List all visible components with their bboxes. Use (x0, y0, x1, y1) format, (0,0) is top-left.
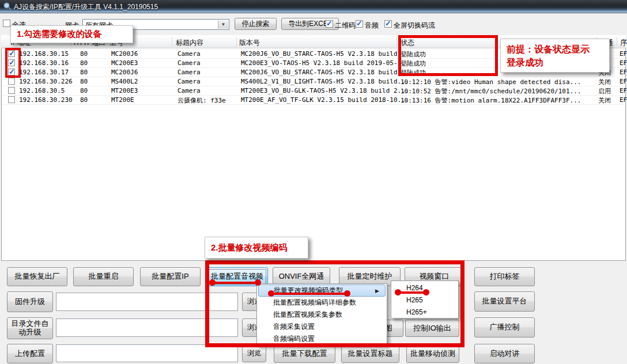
cell-net: 关闭 (598, 96, 611, 105)
select-all-checkbox[interactable] (3, 20, 10, 27)
batch-download-config-button[interactable]: 批量下载配置 (274, 345, 335, 363)
cell-port: 80 (80, 78, 88, 85)
cell-port: 80 (80, 59, 88, 67)
upload-config-button[interactable]: 上传配置 (7, 344, 53, 363)
window-title: AJ设备搜索/IP配置/升级工具 V4.1.1_20190515 (14, 2, 158, 12)
header-separator (396, 37, 397, 47)
audio-label: 音频 (365, 21, 379, 31)
cell-version: MT200E3_VO_BU-GLK-TAOS-H5 V2.3.18 build … (241, 87, 409, 94)
cell-model: MS400L2 (111, 78, 138, 85)
cell-serial: EF (620, 69, 627, 76)
cell-ip: 192.168.30.5 (19, 87, 65, 94)
annotation-underline-h264 (398, 291, 426, 294)
cell-title: Camera (177, 69, 201, 76)
header-separator (617, 37, 617, 47)
fullscreen-stream-label: 全屏切换码流 (394, 21, 435, 31)
dir-auto-upgrade-button[interactable]: 目录文件自动升级 (7, 317, 53, 339)
cell-status: 10:12:10 告警:video Human shape detected d… (401, 78, 581, 86)
cell-serial: EF (620, 87, 627, 94)
title-bar: AJ设备搜索/IP配置/升级工具 V4.1.1_20190515 (0, 0, 627, 13)
table-row[interactable]: 192.168.30.230 80 MT200E 云摄像机: f33e MT20… (2, 95, 625, 105)
cell-ip: 192.168.30.230 (19, 96, 73, 104)
header-version[interactable]: 版本号 (239, 38, 260, 48)
cell-model: MC200J6 (111, 50, 138, 58)
cell-version: MC200J6_VO_BU_STARC-TAOS-H5 V2.3.18 buil… (241, 69, 409, 76)
cell-ip: 192.168.30.15 (19, 50, 69, 58)
annotation-box-status-column (398, 35, 498, 76)
firmware-upgrade-button[interactable]: 固件升级 (7, 291, 53, 312)
cell-ip: 192.168.30.16 (19, 59, 69, 67)
header-title[interactable]: 标题内容 (176, 38, 203, 48)
cell-title: Camera (177, 50, 201, 58)
annotation-note-3: 前提：设备状态显示 登录成功 (500, 39, 610, 73)
dropdown-arrow-icon[interactable]: ▼ (218, 20, 228, 29)
audio-checkbox[interactable] (356, 20, 363, 28)
cell-serial: EF (620, 96, 627, 104)
row-checkbox[interactable] (8, 78, 15, 85)
row-checkbox[interactable] (8, 87, 15, 94)
batch-reboot-button[interactable]: 批量重启 (73, 267, 134, 286)
start-talk-button[interactable]: 启动对讲 (474, 344, 535, 363)
fullscreen-stream-checkbox[interactable] (384, 20, 392, 28)
batch-restore-factory-button[interactable]: 批量恢复出厂 (7, 267, 67, 286)
cell-model: MC200E3 (111, 59, 138, 67)
cell-ip: 192.168.30.17 (19, 69, 69, 76)
cell-status: 10:13:16 告警:motion alarm.18X22.A1FF3DFAF… (401, 96, 581, 105)
cell-title: 云摄像机: f33e (177, 96, 226, 105)
cell-model: MT200E (111, 96, 134, 104)
cell-net: 关闭 (598, 78, 611, 86)
cell-title: Camera (177, 59, 201, 67)
annotation-box-checkbox-column (5, 48, 21, 78)
cell-port: 80 (80, 87, 88, 94)
app-icon (3, 2, 12, 10)
table-row[interactable]: 192.168.30.226 80 MS400L2 Camera MS400L2… (2, 77, 625, 86)
cell-version: MC200J6_VO_BU_STARC-TAOS-H5 V2.3.18 buil… (241, 50, 409, 58)
stop-search-button[interactable]: 停止搜索 (235, 18, 277, 30)
cell-model: MT200E3 (111, 87, 138, 94)
cell-port: 80 (80, 69, 88, 76)
cell-serial: EF (620, 50, 627, 58)
cell-serial: EF (620, 59, 627, 67)
header-separator (172, 37, 172, 47)
batch-set-platform-button[interactable]: 批量设置平台 (474, 291, 535, 312)
annotation-underline-config-av (212, 282, 258, 284)
print-label-button[interactable]: 打印标签 (474, 267, 535, 286)
qr-checkbox[interactable] (326, 20, 333, 28)
cell-status: 10:10:52 告警:/mnt/mmc0/schedule/20190620/… (401, 87, 581, 96)
cell-model: MC200J6 (111, 69, 138, 76)
cell-version: MS400L2_V1_BU_LIGHT-TAOS-H5 V2.3.18 buil… (241, 78, 409, 85)
cell-ip: 192.168.30.226 (19, 78, 73, 85)
cell-net: 启用 (598, 87, 611, 96)
cell-port: 80 (80, 50, 88, 58)
batch-config-ip-button[interactable]: 批量配置IP (140, 267, 201, 286)
header-separator (236, 37, 237, 47)
annotation-note-2: 2.批量修改视频编码 (205, 237, 308, 259)
annotation-note-1: 1.勾选需要修改的设备 (10, 25, 133, 43)
cell-serial: EF (620, 78, 627, 85)
header-serial[interactable]: 序 (620, 38, 627, 48)
batch-set-title-button[interactable]: 批量设置标题 (341, 345, 399, 363)
cell-version: MC200E3_VO-TAOS-H5 V2.3.18 build 2019-05… (241, 59, 409, 67)
cell-title: Camera (177, 78, 201, 85)
qr-label: 二维码 (335, 21, 356, 31)
table-row[interactable]: 192.168.30.5 80 MT200E3 Camera MT200E3_V… (2, 86, 625, 96)
cell-title: Camera (177, 87, 201, 94)
row-checkbox[interactable] (8, 96, 15, 103)
broadcast-control-button[interactable]: 广播控制 (474, 317, 535, 338)
cell-port: 80 (80, 96, 88, 104)
annotation-underline-change-codec (271, 293, 348, 295)
annotation-box-bottom-section (205, 260, 464, 347)
cell-version: MT200E_AF_VO_TF-GLK V2.3.15 build 2018-1… (241, 96, 409, 104)
batch-motion-detect-button[interactable]: 批量移动侦测 (406, 345, 459, 363)
